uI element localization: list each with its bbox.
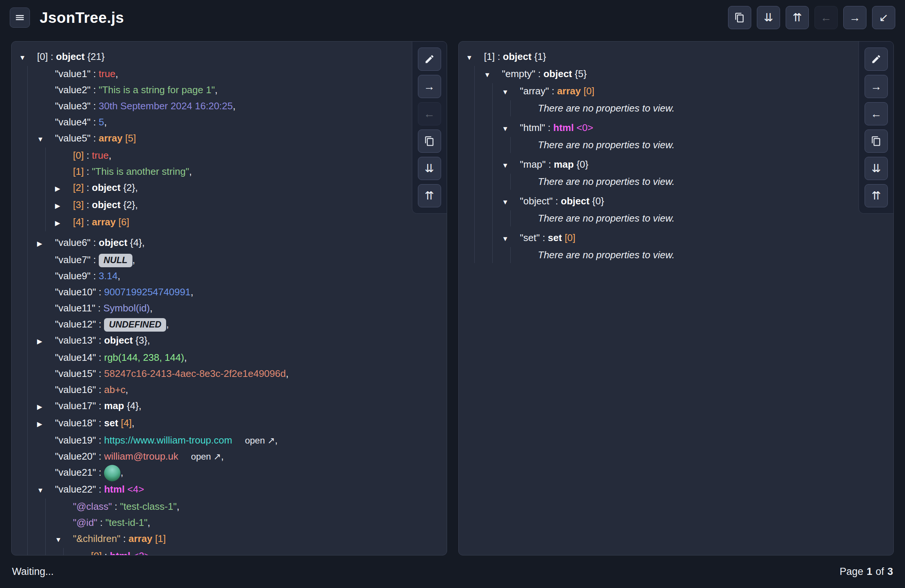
collapse-toggle-icon[interactable]: ▼	[502, 162, 509, 169]
collapse-toggle-icon[interactable]: ▼	[502, 235, 509, 243]
collapse-toggle-icon[interactable]: ▼	[55, 536, 62, 544]
arrow-box: ▼	[55, 531, 73, 548]
segment-plain: ,	[132, 417, 134, 429]
open-link[interactable]: open ↗	[191, 451, 221, 461]
expand-toggle-icon[interactable]: ▶	[55, 185, 60, 192]
double-down-arrow-icon: ⇊	[764, 12, 773, 23]
segment-key: "map"	[520, 159, 546, 170]
arrow-box: ▶	[37, 332, 55, 350]
fullscreen-toggle-button[interactable]: ↙	[872, 6, 895, 29]
tree-row: ▼"empty" : object {5}	[484, 66, 894, 83]
collapse-toggle-icon[interactable]: ▼	[502, 125, 509, 132]
close-all-button[interactable]: ⇈	[786, 6, 809, 29]
segment-arr: [0]	[565, 232, 575, 243]
segment-key: "html"	[520, 122, 545, 133]
segment-plain: :	[48, 51, 56, 62]
segment-plain: ,	[139, 400, 141, 412]
segment-plain: :	[95, 302, 104, 314]
collapse-toggle-icon[interactable]: ▼	[466, 54, 473, 61]
tree-children: There are no properties to view.	[510, 100, 894, 116]
left-arrow-icon: ←	[870, 108, 882, 119]
segment-kw: object	[99, 237, 128, 248]
segment-plain: :	[112, 501, 120, 512]
segment-html: <3>	[130, 550, 150, 555]
tree-children: [0] : true,[1] : "This is another string…	[45, 148, 447, 231]
collapse-toggle-icon[interactable]: ▼	[484, 71, 491, 79]
segment-key: "value5"	[55, 132, 90, 144]
move-left-button[interactable]: ←	[418, 102, 441, 126]
segment-kw: object	[92, 199, 121, 210]
move-left-button[interactable]: ←	[865, 102, 888, 126]
tree-row: There are no properties to view.	[520, 210, 894, 226]
close-all-button[interactable]: ⇈	[418, 184, 441, 207]
collapse-toggle-icon[interactable]: ▼	[73, 553, 80, 555]
open-all-button[interactable]: ⇊	[418, 157, 441, 180]
expand-toggle-icon[interactable]: ▶	[37, 403, 42, 411]
segment-index: [0]	[73, 150, 84, 161]
double-down-arrow-icon: ⇊	[425, 163, 434, 174]
segment-key: "value13"	[55, 335, 96, 346]
arrow-box: ▼	[502, 230, 520, 247]
segment-plain: {21}	[84, 51, 105, 62]
next-page-button[interactable]: →	[843, 6, 867, 29]
expand-toggle-icon[interactable]: ▶	[55, 219, 60, 227]
expand-toggle-icon[interactable]: ▶	[37, 338, 42, 345]
segment-key: "value1"	[55, 68, 90, 79]
collapse-toggle-icon[interactable]: ▼	[37, 135, 44, 143]
collapse-toggle-icon[interactable]: ▼	[502, 88, 509, 96]
segment-key: "value22"	[55, 483, 96, 495]
menu-button[interactable]	[10, 8, 30, 28]
segment-index: [1]	[73, 166, 84, 177]
close-all-button[interactable]: ⇈	[865, 184, 888, 207]
copy-button[interactable]	[865, 129, 888, 153]
status-text: Waiting...	[12, 566, 54, 577]
collapse-toggle-icon[interactable]: ▼	[37, 486, 44, 494]
left-arrow-icon: ←	[821, 12, 832, 23]
arrow-box: ▼	[502, 83, 520, 100]
tree-children: There are no properties to view.	[510, 137, 894, 153]
open-all-button[interactable]: ⇊	[757, 6, 780, 29]
segment-key: "value10"	[55, 286, 96, 297]
segment-plain: ,	[215, 84, 218, 95]
copy-all-button[interactable]	[728, 6, 751, 29]
previous-page-button[interactable]: ←	[814, 6, 838, 29]
arrow-box: ▶	[37, 235, 55, 252]
segment-plain: :	[546, 159, 554, 170]
move-right-button[interactable]: →	[865, 75, 888, 98]
segment-plain: :	[549, 85, 557, 97]
tree-row: ▶"value6" : object {4},	[37, 235, 447, 252]
segment-number: 9007199254740991	[104, 286, 191, 297]
open-all-button[interactable]: ⇊	[865, 157, 888, 180]
segment-kw: set	[548, 232, 562, 243]
open-link[interactable]: open ↗	[245, 435, 275, 445]
segment-key: "value6"	[55, 237, 90, 248]
segment-plain: ,	[221, 451, 224, 462]
move-right-button[interactable]: →	[418, 75, 441, 98]
edit-button[interactable]	[418, 48, 441, 71]
segment-plain: ,	[104, 116, 106, 128]
segment-kw-array: array	[92, 216, 116, 227]
copy-button[interactable]	[418, 129, 441, 153]
expand-toggle-icon[interactable]: ▶	[37, 240, 42, 247]
edit-button[interactable]	[865, 48, 888, 71]
segment-string: "This is another string"	[92, 166, 189, 177]
segment-arr: [1]	[152, 533, 166, 544]
copy-icon	[871, 136, 881, 146]
double-up-arrow-icon: ⇈	[871, 190, 881, 201]
expand-toggle-icon[interactable]: ▶	[37, 420, 42, 428]
collapse-toggle-icon[interactable]: ▼	[502, 199, 509, 206]
segment-plain: ,	[275, 435, 278, 446]
segment-key: "value15"	[55, 368, 96, 379]
collapse-toggle-icon[interactable]: ▼	[19, 54, 26, 61]
segment-html: <0>	[574, 122, 593, 133]
arrow-box: ▼	[484, 66, 502, 83]
arrow-box: ▼	[19, 49, 37, 66]
page-word: Page	[840, 566, 863, 577]
segment-plain: :	[96, 335, 105, 346]
tree-row: "value9" : 3.14,	[37, 268, 447, 284]
right-arrow-icon: →	[849, 12, 861, 23]
tree-row: ▼[1] : object {1}	[466, 49, 894, 66]
tree-children: There are no properties to view.	[510, 210, 894, 226]
expand-toggle-icon[interactable]: ▶	[55, 202, 60, 210]
panels-container: ▼[0] : object {21}"value1" : true,"value…	[0, 41, 905, 555]
